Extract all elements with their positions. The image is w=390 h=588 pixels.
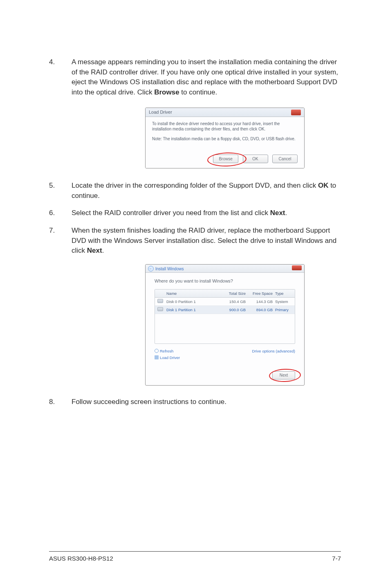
- step-4: 4. A message appears reminding you to in…: [49, 57, 341, 98]
- step-6: 6. Select the RAID controller driver you…: [49, 208, 341, 218]
- step-7-text-a: When the system finishes loading the RAI…: [72, 227, 336, 254]
- step-5: 5. Locate the driver in the correspondin…: [49, 181, 341, 201]
- dialog2-links: Refresh Load Driver Drive options (advan…: [155, 349, 295, 362]
- step-4-text: A message appears reminding you to inser…: [72, 57, 341, 98]
- col-free: Free Space: [250, 291, 273, 296]
- step-5-text: Locate the driver in the corresponding f…: [72, 181, 341, 201]
- load-driver-dialog: Load Driver To install the device driver…: [145, 108, 305, 169]
- dialog2-body: Where do you want to install Windows? Na…: [146, 273, 304, 385]
- next-button[interactable]: Next: [272, 371, 295, 379]
- col-size: Total Size: [224, 291, 250, 296]
- step-4-text-b: to continue.: [179, 88, 217, 96]
- disk-table: Name Total Size Free Space Type Disk 0 P…: [155, 289, 295, 344]
- step-5-number: 5.: [49, 181, 72, 201]
- col-type: Type: [273, 291, 295, 296]
- disk-blank: [155, 314, 295, 343]
- step-7-text: When the system finishes loading the RAI…: [72, 226, 341, 256]
- dialog2-title: Install Windows: [155, 267, 184, 271]
- back-icon[interactable]: ←: [148, 266, 154, 272]
- disk-icon: [157, 307, 163, 311]
- footer-left: ASUS RS300-H8-PS12: [49, 555, 113, 562]
- install-location-dialog: ← Install Windows Where do you want to i…: [145, 264, 305, 386]
- row0-name: Disk 0 Partition 1: [166, 299, 224, 304]
- dialog-body: To install the device driver needed to a…: [146, 117, 304, 168]
- disk-row[interactable]: Disk 1 Partition 1 900.0 GB 894.0 GB Pri…: [155, 306, 295, 314]
- step-6-bold: Next: [270, 209, 285, 217]
- col-name: Name: [166, 291, 224, 296]
- install-question: Where do you want to install Windows?: [155, 278, 295, 283]
- ok-button[interactable]: OK: [243, 155, 268, 163]
- row1-name: Disk 1 Partition 1: [166, 307, 224, 312]
- refresh-link[interactable]: Refresh: [160, 349, 173, 353]
- page-footer: ASUS RS300-H8-PS12 7-7: [49, 551, 341, 562]
- next-highlight: Next: [272, 371, 295, 379]
- row1-size: 900.0 GB: [224, 307, 250, 312]
- step-4-number: 4.: [49, 57, 72, 98]
- dialog-button-row: Browse OK Cancel: [152, 146, 298, 163]
- cancel-button[interactable]: Cancel: [272, 155, 298, 163]
- page: 4. A message appears reminding you to in…: [0, 0, 390, 588]
- step-6-text-b: .: [285, 209, 287, 217]
- step-8-text: Follow succeeding screen instructions to…: [72, 397, 341, 407]
- step-7: 7. When the system finishes loading the …: [49, 226, 341, 256]
- row0-type: System: [273, 299, 295, 304]
- step-7-bold: Next: [87, 247, 102, 254]
- step-6-text: Select the RAID controller driver you ne…: [72, 208, 341, 218]
- dialog-title: Load Driver: [149, 110, 172, 117]
- disk-row[interactable]: Disk 0 Partition 1 150.4 GB 144.3 GB Sys…: [155, 298, 295, 306]
- step-5-text-a: Locate the driver in the corresponding f…: [72, 182, 318, 189]
- disk-icon: [157, 299, 163, 303]
- row1-free: 894.0 GB: [250, 307, 273, 312]
- step-6-text-a: Select the RAID controller driver you ne…: [72, 209, 270, 217]
- dialog2-next-row: Next: [155, 371, 295, 379]
- step-8-number: 8.: [49, 397, 72, 407]
- row0-size: 150.4 GB: [224, 299, 250, 304]
- refresh-icon: [155, 349, 159, 353]
- load-driver-icon: [155, 355, 159, 359]
- row0-free: 144.3 GB: [250, 299, 273, 304]
- step-4-bold: Browse: [154, 88, 179, 96]
- load-driver-link[interactable]: Load Driver: [160, 355, 180, 360]
- footer-right: 7-7: [332, 555, 341, 562]
- browse-button[interactable]: Browse: [213, 155, 238, 163]
- step-7-text-b: .: [102, 247, 104, 254]
- dialog-para-2: Note: The installation media can be a fl…: [152, 136, 298, 142]
- dialog-para-1: To install the device driver needed to a…: [152, 121, 298, 132]
- close-icon[interactable]: [292, 265, 302, 270]
- step-5-bold: OK: [318, 182, 329, 189]
- row1-type: Primary: [273, 307, 295, 312]
- dialog2-titlebar: ← Install Windows: [146, 265, 304, 273]
- step-8: 8. Follow succeeding screen instructions…: [49, 397, 341, 407]
- step-8-text-a: Follow succeeding screen instructions to…: [72, 398, 226, 406]
- dialog-titlebar: Load Driver: [146, 108, 304, 117]
- step-6-number: 6.: [49, 208, 72, 218]
- browse-highlight: Browse: [211, 155, 238, 163]
- step-7-number: 7.: [49, 226, 72, 256]
- disk-table-header: Name Total Size Free Space Type: [155, 290, 295, 298]
- close-icon[interactable]: [291, 110, 301, 115]
- drive-options-link[interactable]: Drive options (advanced): [252, 349, 295, 353]
